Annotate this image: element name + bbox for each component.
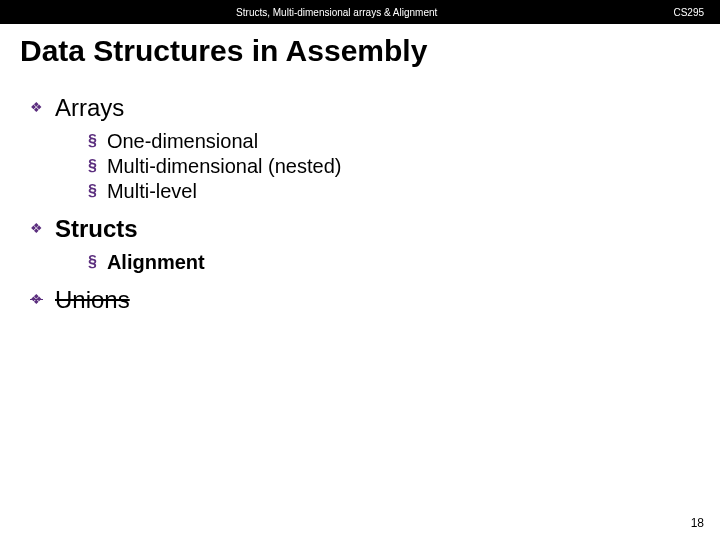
square-bullet-icon: § [88,180,97,202]
slide-title: Data Structures in Assembly [0,24,720,84]
header-course: CS295 [673,7,704,18]
sub-list-item: § Alignment [88,251,690,274]
sub-list: § Alignment [88,251,690,274]
sub-list-item: § Multi-dimensional (nested) [88,155,690,178]
header-bar: Structs, Multi-dimensional arrays & Alig… [0,0,720,24]
sub-list-item: § One-dimensional [88,130,690,153]
diamond-bullet-icon: ❖ [30,221,43,235]
sub-item-label: One-dimensional [107,130,258,153]
square-bullet-icon: § [88,130,97,152]
page-number: 18 [691,516,704,530]
diamond-bullet-icon: ❖ [30,292,43,306]
item-label: Arrays [55,94,124,122]
square-bullet-icon: § [88,155,97,177]
list-item: ❖ Unions [30,286,690,314]
sub-list: § One-dimensional § Multi-dimensional (n… [88,130,690,203]
sub-item-label: Multi-dimensional (nested) [107,155,342,178]
square-bullet-icon: § [88,251,97,273]
item-label: Structs [55,215,138,243]
diamond-bullet-icon: ❖ [30,100,43,114]
header-topic: Structs, Multi-dimensional arrays & Alig… [0,7,673,18]
list-item: ❖ Structs [30,215,690,243]
slide-content: ❖ Arrays § One-dimensional § Multi-dimen… [0,94,720,314]
item-label: Unions [55,286,130,314]
sub-list-item: § Multi-level [88,180,690,203]
sub-item-label: Alignment [107,251,205,274]
sub-item-label: Multi-level [107,180,197,203]
list-item: ❖ Arrays [30,94,690,122]
